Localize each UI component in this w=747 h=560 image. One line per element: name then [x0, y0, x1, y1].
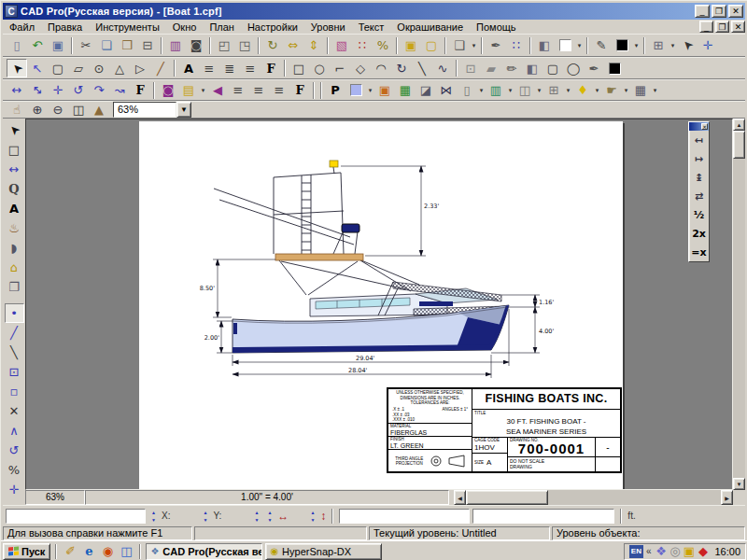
- shape-tool[interactable]: □: [5, 140, 24, 160]
- grid-3d-icon[interactable]: ▦: [630, 81, 651, 100]
- zoom-level-value[interactable]: 63%: [113, 102, 176, 118]
- wall-panel-icon[interactable]: ▯: [457, 81, 477, 100]
- menu-item-настройки[interactable]: Настройки: [241, 21, 304, 34]
- hatch-tool[interactable]: ♨: [5, 218, 24, 238]
- snap-point-tool[interactable]: •: [5, 303, 24, 323]
- command-field[interactable]: [6, 509, 146, 524]
- eyedropper-icon[interactable]: ✒: [486, 36, 506, 55]
- doc-minimize-button[interactable]: _: [699, 21, 713, 33]
- pick-cursor-icon[interactable]: ➤: [677, 36, 698, 55]
- value-field-1[interactable]: [339, 509, 470, 524]
- polygon-tool[interactable]: △: [109, 59, 130, 77]
- dim-right-button[interactable]: ↦: [690, 149, 708, 168]
- font-icon[interactable]: F: [261, 59, 281, 77]
- corner-shape-tool[interactable]: ⌐: [330, 59, 350, 77]
- plan-icon[interactable]: P: [325, 81, 345, 100]
- dim-updown-button[interactable]: ↨: [690, 168, 708, 187]
- width-spinner2[interactable]: ▲▼: [264, 509, 275, 524]
- palette-title-bar[interactable]: ✕: [689, 122, 709, 131]
- grid-icon-dropdown[interactable]: ▾: [669, 36, 677, 55]
- fill-tool-icon[interactable]: ◧: [534, 36, 555, 55]
- sound-icon[interactable]: ◀: [207, 81, 228, 100]
- drawing-page[interactable]: 2.33' 8.50' 2.00' 1.16' 4.00' 29.04' 28.…: [139, 121, 623, 490]
- crosshair-icon[interactable]: ✛: [698, 36, 718, 55]
- menu-item-план[interactable]: План: [203, 21, 241, 34]
- scroll-right-button[interactable]: ▶: [721, 490, 733, 505]
- pointer-tool[interactable]: ➤: [5, 120, 24, 140]
- menu-item-окно[interactable]: Окно: [166, 21, 204, 34]
- line-tool[interactable]: ╲: [412, 59, 432, 77]
- library-icon[interactable]: ▥: [165, 36, 186, 55]
- align-left-icon[interactable]: ≡: [228, 81, 248, 100]
- align-right-icon[interactable]: ≡: [269, 81, 289, 100]
- dim-font-icon[interactable]: F: [130, 81, 150, 100]
- menu-item-текст[interactable]: Текст: [352, 21, 391, 34]
- door-panel-icon[interactable]: ◫: [514, 81, 535, 100]
- deck-panel-icon-dropdown[interactable]: ▾: [506, 81, 514, 100]
- arc-tool[interactable]: ◠: [371, 59, 391, 77]
- window-panel-icon[interactable]: ⊞: [543, 81, 564, 100]
- group-icon[interactable]: ❑: [449, 36, 470, 55]
- rounded-rect-tool[interactable]: ▢: [48, 59, 68, 77]
- parallelogram-tool[interactable]: ▱: [68, 59, 89, 77]
- vertical-scrollbar[interactable]: ▲ ▼: [733, 119, 745, 490]
- ellipse-tool[interactable]: ○: [309, 59, 330, 77]
- rectangle-tool[interactable]: □: [289, 59, 309, 77]
- select-tool[interactable]: ➤: [7, 59, 27, 77]
- height-spinner[interactable]: ▲▼: [307, 509, 317, 524]
- double-scale-button[interactable]: 2x: [690, 224, 708, 243]
- line-color-swatch[interactable]: [612, 36, 632, 55]
- scale-percent-icon[interactable]: %: [373, 36, 393, 55]
- marquee-tool[interactable]: ⊡: [460, 59, 481, 77]
- menu-item-уровни[interactable]: Уровни: [304, 21, 352, 34]
- dim-curve-icon[interactable]: ↝: [109, 81, 130, 100]
- flip-horizontal-icon[interactable]: ⇔: [283, 36, 303, 55]
- canvas-viewport[interactable]: 2.33' 8.50' 2.00' 1.16' 4.00' 29.04' 28.…: [25, 119, 733, 490]
- dim-left-button[interactable]: ↤: [690, 131, 708, 149]
- text-label-tool[interactable]: A: [5, 199, 24, 218]
- vertex-snap-tool[interactable]: ∧: [5, 421, 24, 441]
- square-brush-tool[interactable]: ▢: [543, 59, 563, 77]
- horizontal-scrollbar[interactable]: ◀ ▶: [454, 490, 733, 505]
- foliage-texture-icon[interactable]: ▦: [395, 81, 416, 100]
- value-field-2[interactable]: [472, 509, 614, 524]
- crosshair-point-tool[interactable]: ✛: [5, 480, 24, 499]
- language-indicator[interactable]: EN: [629, 545, 643, 558]
- align-justify-icon[interactable]: ≡: [199, 59, 219, 77]
- dim-horizontal-icon[interactable]: ↔: [7, 81, 27, 100]
- photo-icon[interactable]: ◙: [158, 81, 178, 100]
- menu-item-файл[interactable]: Файл: [3, 21, 41, 34]
- scroll-left-button[interactable]: ◀: [454, 490, 466, 505]
- sheet-tool[interactable]: ❐: [5, 277, 24, 297]
- media-player-icon[interactable]: ◉: [99, 543, 116, 560]
- start-button[interactable]: Пуск: [3, 543, 50, 560]
- level-color-swatch-dropdown[interactable]: ▾: [366, 81, 374, 100]
- pencil-icon[interactable]: ✎: [591, 36, 612, 55]
- intersect-tool[interactable]: ✕: [5, 401, 24, 421]
- scroll-up-button[interactable]: ▲: [733, 119, 745, 131]
- taskbar-button-hypersnap-dx[interactable]: ◉HyperSnap-DX: [265, 543, 382, 560]
- round-brush-tool[interactable]: ◯: [563, 59, 584, 77]
- hand-3d-icon-dropdown[interactable]: ▾: [622, 81, 630, 100]
- bucket-tool[interactable]: ◧: [522, 59, 543, 77]
- print-icon[interactable]: ⊟: [137, 36, 158, 55]
- picker-tool[interactable]: ✒: [584, 59, 604, 77]
- level-color-swatch[interactable]: [345, 81, 366, 100]
- menu-item-окрашивание[interactable]: Окрашивание: [390, 21, 470, 34]
- mirror-3d-icon[interactable]: ⋈: [436, 81, 457, 100]
- tray-collapse-icon[interactable]: «: [646, 546, 652, 556]
- bring-front-icon[interactable]: ◰: [214, 36, 234, 55]
- save-icon[interactable]: ▣: [48, 36, 68, 55]
- dim-rotate-icon[interactable]: ↺: [68, 81, 89, 100]
- tray-app2-icon[interactable]: ◎: [668, 544, 682, 558]
- line-color-swatch-dropdown[interactable]: ▾: [632, 36, 641, 55]
- zoom-in-icon[interactable]: ⊕: [27, 102, 48, 118]
- tray-app3-icon[interactable]: ▣: [682, 544, 696, 558]
- freeform-tool[interactable]: ▷: [130, 59, 150, 77]
- dim-arc-icon[interactable]: ↷: [89, 81, 109, 100]
- tray-app1-icon[interactable]: ❖: [654, 544, 668, 558]
- ink-pen-tool[interactable]: ✏: [501, 59, 522, 77]
- callout-tool[interactable]: ◗: [5, 238, 24, 258]
- doc-close-button[interactable]: ✕: [731, 21, 745, 33]
- brick-texture-icon[interactable]: ▣: [374, 81, 395, 100]
